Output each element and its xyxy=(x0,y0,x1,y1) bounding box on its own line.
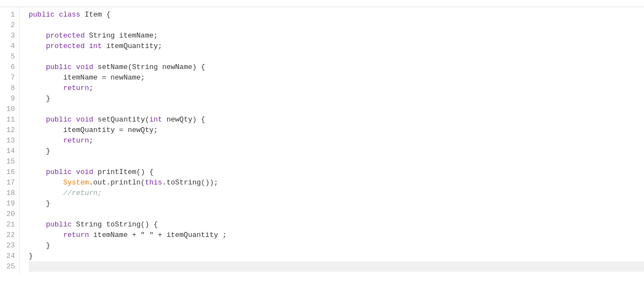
line-number: 6 xyxy=(0,62,19,72)
token-normal: } xyxy=(29,199,50,208)
line-number: 24 xyxy=(0,251,19,261)
code-line: return; xyxy=(29,135,644,146)
token-normal xyxy=(29,168,46,176)
line-number: 17 xyxy=(0,177,19,188)
code-line xyxy=(29,20,644,30)
line-number: 3 xyxy=(0,30,19,41)
code-line: protected int itemQuantity; xyxy=(29,41,644,51)
token-comment: //return; xyxy=(29,189,102,197)
code-line: public class Item { xyxy=(29,9,644,20)
top-bar xyxy=(0,0,644,7)
line-number: 14 xyxy=(0,146,19,156)
editor-area: 1234567891011121314151617181920212223242… xyxy=(0,7,644,274)
code-line xyxy=(29,51,644,62)
token-normal: itemName = newName; xyxy=(29,73,145,82)
token-normal: } xyxy=(29,147,50,155)
code-line: itemName = newName; xyxy=(29,72,644,83)
token-kw: void xyxy=(76,168,93,176)
token-normal: newQty) { xyxy=(162,115,205,124)
token-normal: } xyxy=(29,252,33,260)
token-kw: int xyxy=(149,115,162,124)
line-number: 16 xyxy=(0,167,19,177)
line-number: 5 xyxy=(0,51,19,62)
token-kw: return xyxy=(63,231,89,239)
token-kw: protected xyxy=(46,31,84,40)
token-kw: public xyxy=(46,220,72,229)
token-normal xyxy=(29,231,63,239)
line-number: 1 xyxy=(0,9,19,20)
code-line: public String toString() { xyxy=(29,219,644,230)
token-normal: printItem() { xyxy=(93,168,153,176)
line-number: 15 xyxy=(0,156,19,167)
token-normal xyxy=(29,115,46,124)
line-number: 19 xyxy=(0,198,19,209)
token-normal: String toString() { xyxy=(72,220,158,229)
token-normal: .out.println( xyxy=(89,178,145,187)
code-line: System.out.println(this.toString()); xyxy=(29,177,644,188)
line-number: 20 xyxy=(0,209,19,219)
token-normal: itemName + " " + itemQuantity ; xyxy=(89,231,227,239)
token-kw: protected xyxy=(46,42,84,50)
line-number: 9 xyxy=(0,93,19,104)
token-kw: public xyxy=(46,168,72,176)
token-normal xyxy=(29,31,46,40)
token-normal xyxy=(29,63,46,71)
code-line: } xyxy=(29,198,644,209)
code-line xyxy=(29,104,644,114)
line-number: 8 xyxy=(0,83,19,93)
line-number: 13 xyxy=(0,135,19,146)
token-normal xyxy=(72,63,76,71)
code-line xyxy=(29,156,644,167)
token-normal: ; xyxy=(89,136,93,145)
code-line: return itemName + " " + itemQuantity ; xyxy=(29,230,644,240)
token-normal: } xyxy=(29,94,50,103)
code-line xyxy=(29,209,644,219)
token-normal xyxy=(29,178,63,187)
code-area[interactable]: public class Item { protected String ite… xyxy=(20,7,644,274)
line-number: 25 xyxy=(0,261,19,272)
line-number: 21 xyxy=(0,219,19,230)
token-normal: ; xyxy=(89,84,93,92)
token-kw: return xyxy=(63,136,89,145)
token-normal xyxy=(29,84,63,92)
line-number: 12 xyxy=(0,125,19,135)
token-normal: } xyxy=(29,241,50,250)
line-number: 23 xyxy=(0,240,19,251)
line-numbers: 1234567891011121314151617181920212223242… xyxy=(0,7,20,274)
code-line xyxy=(29,261,644,272)
token-normal xyxy=(72,115,76,124)
token-kw: void xyxy=(76,63,93,71)
code-line: public void printItem() { xyxy=(29,167,644,177)
token-kw: public xyxy=(46,115,72,124)
line-number: 7 xyxy=(0,72,19,83)
line-number: 22 xyxy=(0,230,19,240)
code-line: } xyxy=(29,251,644,261)
token-kw: return xyxy=(63,84,89,92)
code-line: itemQuantity = newQty; xyxy=(29,125,644,135)
token-kw: public xyxy=(29,10,55,19)
token-normal: itemQuantity; xyxy=(102,42,162,50)
line-number: 10 xyxy=(0,104,19,114)
token-kw: int xyxy=(89,42,102,50)
token-normal xyxy=(29,42,46,50)
token-kw: public xyxy=(46,63,72,71)
token-normal xyxy=(55,10,59,19)
code-line: //return; xyxy=(29,188,644,198)
code-line: } xyxy=(29,146,644,156)
token-normal: .toString()); xyxy=(162,178,218,187)
token-normal: itemQuantity = newQty; xyxy=(29,126,158,134)
token-normal: Item { xyxy=(81,10,111,19)
token-normal: setName(String newName) { xyxy=(93,63,205,71)
line-number: 18 xyxy=(0,188,19,198)
code-line: } xyxy=(29,240,644,251)
token-kw: void xyxy=(76,115,93,124)
token-normal: setQuantity( xyxy=(93,115,149,124)
line-number: 2 xyxy=(0,20,19,30)
token-normal xyxy=(72,168,76,176)
code-line: return; xyxy=(29,83,644,93)
line-number: 4 xyxy=(0,41,19,51)
code-line: public void setName(String newName) { xyxy=(29,62,644,72)
line-number: 11 xyxy=(0,114,19,125)
token-system: System xyxy=(63,178,89,187)
code-line: public void setQuantity(int newQty) { xyxy=(29,114,644,125)
